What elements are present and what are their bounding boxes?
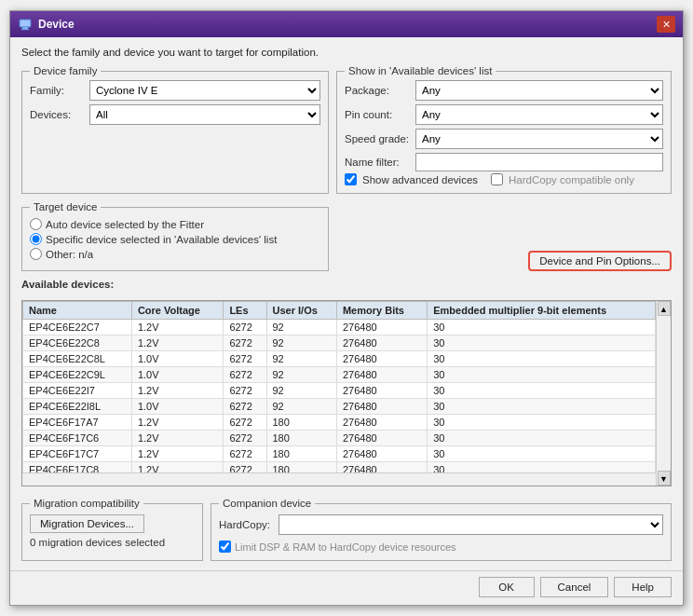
table-row[interactable]: EP4CE6E22C9L1.0V62729227648030 (23, 367, 656, 383)
table-scroll[interactable]: Name Core Voltage LEs User I/Os Memory B… (22, 301, 656, 472)
devices-row: Devices: All (30, 104, 320, 125)
show-advanced-checkbox[interactable] (345, 173, 357, 185)
advanced-devices-row: Show advanced devices HardCopy compatibl… (345, 173, 663, 185)
other-device-label: Other: n/a (46, 249, 93, 260)
limit-dsp-checkbox[interactable] (219, 541, 231, 553)
table-cell: 92 (266, 320, 336, 335)
device-family-panel: Device family Family: Cyclone IV E Cyclo… (21, 65, 329, 194)
svg-rect-2 (21, 29, 29, 30)
col-les: LEs (224, 302, 266, 320)
table-cell: 92 (266, 367, 336, 383)
table-row[interactable]: EP4CE6E22C8L1.0V62729227648030 (23, 351, 656, 367)
package-label: Package: (345, 85, 412, 96)
speed-grade-select[interactable]: Any678 (415, 129, 663, 149)
speed-grade-label: Speed grade: (345, 133, 412, 144)
table-cell: 1.2V (131, 462, 224, 473)
table-inner: Name Core Voltage LEs User I/Os Memory B… (22, 301, 656, 486)
devices-label: Devices: (30, 109, 86, 120)
table-cell: EP4CE6F17C6 (23, 431, 132, 446)
table-cell: 6272 (224, 335, 266, 351)
show-available-legend: Show in 'Available devices' list (345, 65, 496, 76)
target-device-panel: Target device Auto device selected by th… (21, 201, 329, 271)
name-filter-input[interactable] (415, 153, 663, 171)
pin-count-row: Pin count: Any144256484780 (345, 104, 663, 125)
table-cell: 30 (428, 351, 656, 367)
migration-count: 0 migration devices selected (30, 537, 195, 548)
family-select[interactable]: Cyclone IV E Cyclone IV GX Cyclone V Arr… (89, 80, 320, 101)
device-icon (18, 17, 33, 32)
table-body: EP4CE6E22C71.2V62729227648030EP4CE6E22C8… (23, 320, 656, 473)
table-cell: 276480 (336, 351, 427, 367)
table-cell: 1.0V (131, 351, 224, 367)
table-cell: 1.0V (131, 399, 224, 415)
right-panel-area: Device and Pin Options... (336, 201, 672, 271)
available-devices-label: Available devices: (21, 279, 672, 290)
specific-device-label: Specific device selected in 'Available d… (46, 234, 277, 245)
table-cell: 276480 (336, 335, 427, 351)
dialog-footer: OK Cancel Help (10, 570, 683, 605)
device-pin-options-button[interactable]: Device and Pin Options... (528, 251, 672, 271)
speed-grade-row: Speed grade: Any678 (345, 129, 663, 149)
package-select[interactable]: AnyFBGATQFPMBGA (415, 80, 663, 101)
table-cell: EP4CE6E22I7 (23, 383, 132, 399)
show-available-panel: Show in 'Available devices' list Package… (336, 65, 672, 194)
close-button[interactable]: ✕ (657, 16, 675, 33)
horizontal-scrollbar[interactable] (22, 472, 656, 486)
table-row[interactable]: EP4CE6E22C71.2V62729227648030 (23, 320, 656, 335)
hardcopy-select[interactable] (279, 514, 663, 535)
bottom-panels: Migration compatibility Migration Device… (21, 498, 672, 561)
table-cell: 30 (428, 399, 656, 415)
table-cell: 6272 (224, 399, 266, 415)
device-pin-btn-row: Device and Pin Options... (336, 251, 672, 271)
cancel-button[interactable]: Cancel (540, 577, 609, 597)
table-cell: 92 (266, 399, 336, 415)
other-device-radio[interactable] (30, 248, 42, 260)
table-cell: EP4CE6E22C8 (23, 335, 132, 351)
table-row[interactable]: EP4CE6F17A71.2V627218027648030 (23, 415, 656, 431)
table-cell: 30 (428, 335, 656, 351)
table-cell: 1.2V (131, 320, 224, 335)
table-cell: 276480 (336, 462, 427, 473)
pin-count-select[interactable]: Any144256484780 (415, 104, 663, 125)
table-cell: 92 (266, 351, 336, 367)
limit-dsp-label: Limit DSP & RAM to HardCopy device resou… (235, 541, 456, 553)
table-cell: 6272 (224, 415, 266, 431)
table-cell: EP4CE6F17C8 (23, 462, 132, 473)
table-cell: 6272 (224, 367, 266, 383)
table-cell: 30 (428, 462, 656, 473)
table-row[interactable]: EP4CE6E22I8L1.0V62729227648030 (23, 399, 656, 415)
table-cell: EP4CE6E22C8L (23, 351, 132, 367)
radio-specific-row: Specific device selected in 'Available d… (30, 233, 320, 245)
family-row: Family: Cyclone IV E Cyclone IV GX Cyclo… (30, 80, 320, 101)
table-cell: 1.2V (131, 446, 224, 462)
companion-panel: Companion device HardCopy: Limit DSP & R… (211, 498, 672, 561)
table-cell: 30 (428, 431, 656, 446)
table-row[interactable]: EP4CE6F17C61.2V627218027648030 (23, 431, 656, 446)
auto-device-radio[interactable] (30, 218, 42, 230)
show-advanced-label: Show advanced devices (362, 174, 478, 185)
specific-device-radio[interactable] (30, 233, 42, 245)
table-cell: 6272 (224, 383, 266, 399)
table-row[interactable]: EP4CE6F17C81.2V627218027648030 (23, 462, 656, 473)
radio-auto-row: Auto device selected by the Fitter (30, 218, 320, 230)
table-row[interactable]: EP4CE6E22I71.2V62729227648030 (23, 383, 656, 399)
table-cell: 6272 (224, 320, 266, 335)
package-row: Package: AnyFBGATQFPMBGA (345, 80, 663, 101)
devices-select[interactable]: All (89, 104, 320, 125)
ok-button[interactable]: OK (479, 577, 535, 597)
migration-devices-button[interactable]: Migration Devices... (30, 514, 144, 533)
table-cell: EP4CE6F17C7 (23, 446, 132, 462)
vertical-scrollbar[interactable]: ▲ ▼ (656, 301, 671, 486)
table-cell: 180 (266, 415, 336, 431)
title-bar: Device ✕ (10, 11, 683, 37)
col-memory-bits: Memory Bits (336, 302, 427, 320)
name-filter-label: Name filter: (345, 157, 412, 168)
table-cell: 276480 (336, 383, 427, 399)
table-cell: 276480 (336, 446, 427, 462)
table-cell: 180 (266, 462, 336, 473)
hardcopy-checkbox[interactable] (491, 173, 503, 185)
help-button[interactable]: Help (614, 577, 672, 597)
table-row[interactable]: EP4CE6E22C81.2V62729227648030 (23, 335, 656, 351)
table-cell: 6272 (224, 431, 266, 446)
table-row[interactable]: EP4CE6F17C71.2V627218027648030 (23, 446, 656, 462)
